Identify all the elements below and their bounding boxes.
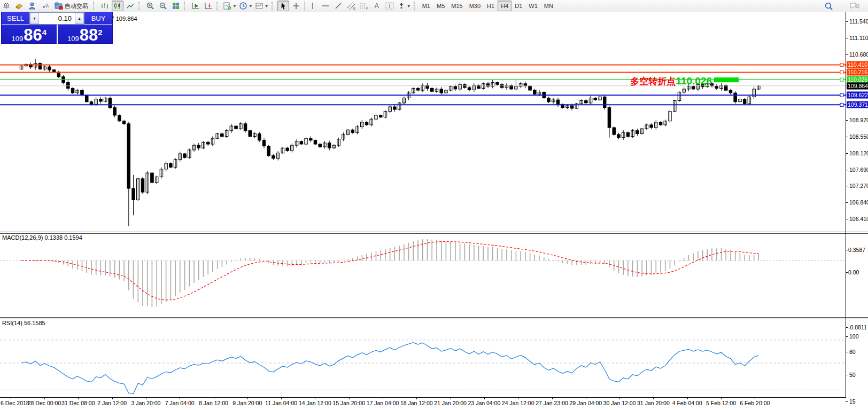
line-chart-icon[interactable] [125, 1, 136, 11]
zoom-out-icon[interactable] [157, 1, 169, 11]
buy-price[interactable]: 109882 [58, 25, 113, 44]
time-tick [44, 397, 45, 399]
vertical-line-icon[interactable] [307, 1, 319, 11]
sell-button[interactable]: SELL [2, 12, 29, 25]
signals-icon[interactable] [39, 1, 51, 11]
time-label: 23 Jan 04:00 [468, 400, 501, 406]
time-tick [653, 397, 654, 399]
tab-timeframe-H4[interactable]: H4 [498, 1, 511, 11]
tab-timeframe-W1[interactable]: W1 [525, 1, 541, 11]
time-label: 11 Jan 04:00 [265, 400, 297, 406]
time-label: 14 Jan 12:00 [299, 400, 331, 406]
time-tick [484, 397, 485, 399]
tab-timeframe-MN[interactable]: MN [541, 1, 556, 11]
sell-price-point: 4 [42, 28, 46, 37]
candlestick-icon[interactable] [112, 1, 123, 11]
price-tag: 110.410 [847, 61, 868, 68]
chat-icon[interactable] [849, 1, 861, 11]
toolbar-separator [304, 1, 305, 11]
mt4-window: 单 自动交易 [0, 0, 868, 410]
bar-chart-icon[interactable] [99, 1, 111, 11]
time-tick [586, 397, 586, 399]
time-label: 6 Feb 20:00 [740, 400, 770, 406]
crosshair-icon[interactable] [290, 1, 302, 11]
time-label: 27 Jan 23:00 [536, 400, 568, 406]
volume-input[interactable] [39, 13, 75, 24]
time-label: 5 Feb 12:00 [706, 400, 736, 406]
line-anchor[interactable] [840, 103, 843, 106]
panel-separator[interactable] [0, 317, 868, 319]
time-label: 9 Jan 20:00 [232, 400, 262, 406]
time-label: 31 Jan 20:00 [637, 400, 670, 406]
tab-timeframe-M15[interactable]: M15 [448, 1, 466, 11]
time-tick [247, 397, 248, 399]
time-label: 7 Jan 04:00 [165, 400, 195, 406]
macd-histogram [21, 239, 758, 307]
metaeditor-icon[interactable] [13, 1, 25, 11]
fibonacci-icon[interactable]: F [358, 1, 370, 11]
cursor-icon[interactable] [277, 1, 289, 11]
tab-timeframe-H1[interactable]: H1 [484, 1, 498, 11]
time-label: 30 Jan 12:00 [603, 400, 636, 406]
panel-separator[interactable] [0, 232, 868, 234]
svg-text:T: T [388, 3, 391, 9]
search-icon[interactable] [823, 1, 834, 11]
time-tick [112, 397, 113, 399]
axis-tick-label: 106.410 [849, 216, 868, 222]
chart-shift-icon[interactable] [203, 1, 214, 11]
time-tick [721, 397, 722, 399]
tab-timeframe-D1[interactable]: D1 [511, 1, 525, 11]
rsi-axis-label: 15 [849, 398, 856, 405]
horizontal-line-icon[interactable] [320, 1, 331, 11]
svg-text:F: F [366, 7, 368, 10]
timeframe-toolbar: M1M5M15M30H1H4D1W1MN [419, 1, 556, 11]
periods-icon[interactable]: ▼ [238, 1, 253, 11]
templates-icon[interactable]: ▼ [254, 1, 269, 11]
sell-price-pips: 86 [24, 28, 42, 43]
tile-windows-icon[interactable] [170, 1, 182, 11]
auto-scroll-icon[interactable] [190, 1, 201, 11]
time-tick [315, 397, 315, 399]
time-label: 17 Jan 04:00 [367, 400, 399, 406]
line-anchor[interactable] [840, 78, 843, 81]
macd-axis-label: 0.00 [848, 269, 859, 275]
volume-increase-button[interactable]: ▲ [75, 13, 84, 24]
arrows-icon[interactable]: ▼ [397, 1, 412, 11]
rsi-line [21, 343, 758, 394]
sell-price[interactable]: 109864 [2, 25, 57, 44]
text-label-icon[interactable]: T [384, 1, 396, 11]
trendline-icon[interactable] [332, 1, 344, 11]
equidistant-channel-icon[interactable]: E [345, 1, 357, 11]
time-label: 3 Jan 20:00 [131, 400, 160, 406]
line-anchor[interactable] [840, 70, 843, 74]
toolbar-grip [414, 2, 417, 10]
autotrading-button[interactable]: 自动交易 [52, 1, 91, 11]
text-icon[interactable]: A [371, 1, 383, 11]
zoom-in-icon[interactable] [144, 1, 156, 11]
chevron-down-icon: ▼ [407, 4, 411, 9]
buy-button[interactable]: BUY [84, 12, 112, 25]
time-label: 4 Feb 04:00 [672, 400, 702, 406]
price-tag: 109.864 [847, 82, 868, 89]
highlight-box[interactable] [714, 77, 739, 82]
annotation-value: 110.026 [676, 75, 712, 86]
volume-decrease-button[interactable]: ▼ [30, 13, 39, 24]
tab-timeframe-M30[interactable]: M30 [466, 1, 484, 11]
candlestick-chart[interactable] [0, 12, 868, 410]
axis-tick-label: 108.120 [849, 150, 868, 156]
axis-tick [846, 170, 848, 170]
toolbar-grip [272, 2, 275, 10]
tab-timeframe-M5[interactable]: M5 [433, 1, 448, 11]
axis-tick [846, 272, 848, 273]
time-label: 8 Jan 12:00 [199, 400, 228, 406]
axis-tick [846, 38, 848, 38]
tab-timeframe-M1[interactable]: M1 [419, 1, 433, 11]
axis-tick-label: 107.270 [849, 183, 868, 189]
line-anchor[interactable] [840, 63, 843, 66]
community-icon[interactable] [26, 1, 38, 11]
axis-tick [846, 21, 848, 22]
new-chart-icon[interactable]: ▼ [222, 1, 237, 11]
new-order-button[interactable]: 单 [1, 1, 12, 11]
line-anchor[interactable] [840, 93, 843, 97]
macd-axis-label: 0.3587 [848, 247, 865, 253]
